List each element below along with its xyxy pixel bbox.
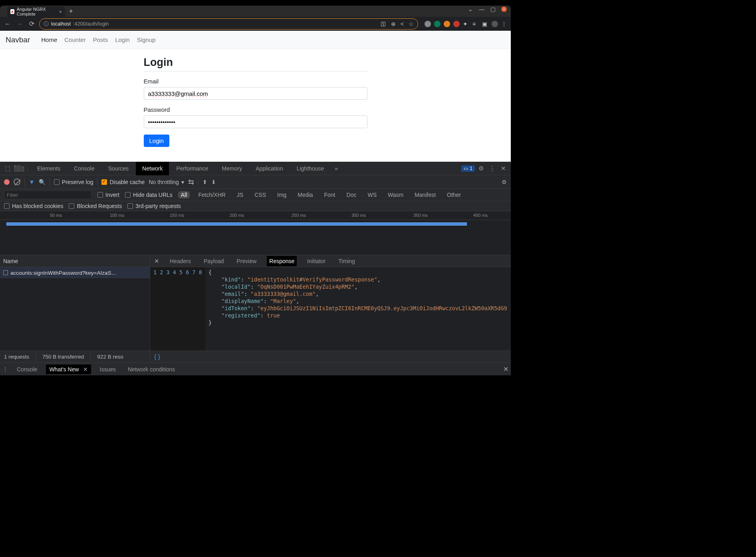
tab-performance[interactable]: Performance: [170, 162, 214, 175]
close-whatsnew-icon[interactable]: ✕: [83, 366, 88, 373]
login-button[interactable]: Login: [144, 135, 170, 147]
nav-signup[interactable]: Signup: [137, 36, 156, 43]
ext-icon[interactable]: [425, 21, 431, 27]
caret-down-icon[interactable]: ⌄: [468, 6, 473, 12]
type-doc[interactable]: Doc: [344, 191, 359, 198]
third-party-checkbox[interactable]: 3rd-party requests: [127, 203, 181, 209]
type-font[interactable]: Font: [321, 191, 338, 198]
upload-icon[interactable]: ⬆: [202, 179, 207, 185]
detail-tab-payload[interactable]: Payload: [201, 256, 226, 266]
forward-button[interactable]: →: [15, 20, 24, 28]
timeline-selection[interactable]: [6, 222, 467, 226]
tab-network[interactable]: Network: [136, 162, 169, 175]
request-row[interactable]: accounts:signInWithPassword?key=AIzaS…: [0, 267, 150, 278]
type-js[interactable]: JS: [234, 191, 246, 198]
detail-tab-timing[interactable]: Timing: [336, 256, 357, 266]
file-icon: [3, 270, 8, 275]
column-name[interactable]: Name: [0, 255, 150, 267]
zoom-icon[interactable]: ⊕: [391, 21, 396, 27]
clear-button[interactable]: [14, 178, 20, 185]
throttling-select[interactable]: No throttling ▾: [149, 179, 184, 185]
search-icon[interactable]: 🔍: [39, 179, 46, 185]
gear-icon[interactable]: ⚙: [502, 179, 507, 185]
email-label: Email: [144, 78, 367, 85]
close-tab-icon[interactable]: ×: [59, 9, 62, 15]
close-devtools-icon[interactable]: ✕: [498, 165, 508, 172]
nav-counter[interactable]: Counter: [64, 36, 85, 43]
navbar-brand[interactable]: Navbar: [6, 36, 30, 44]
device-icon[interactable]: ⬛▯: [14, 165, 24, 172]
type-other[interactable]: Other: [444, 191, 464, 198]
type-media[interactable]: Media: [295, 191, 315, 198]
close-drawer-icon[interactable]: ✕: [503, 365, 508, 373]
drawer-issues[interactable]: Issues: [97, 365, 119, 374]
detail-tab-headers[interactable]: Headers: [167, 256, 193, 266]
response-body[interactable]: { "kind": "identitytoolkit#VerifyPasswor…: [205, 267, 510, 351]
newtab-button[interactable]: +: [69, 8, 73, 15]
record-button[interactable]: [4, 179, 10, 185]
close-detail-icon[interactable]: ✕: [154, 258, 159, 265]
browser-tab[interactable]: A Angular NGRX Complete ×: [7, 6, 65, 17]
type-ws[interactable]: WS: [365, 191, 379, 198]
blocked-cookies-checkbox[interactable]: Has blocked cookies: [4, 203, 63, 209]
share-icon[interactable]: <: [401, 21, 404, 27]
nav-login[interactable]: Login: [115, 36, 130, 43]
inspect-icon[interactable]: ⬚: [2, 165, 13, 172]
filter-icon[interactable]: ▼: [29, 178, 35, 185]
type-img[interactable]: Img: [274, 191, 289, 198]
invert-checkbox[interactable]: Invert: [97, 192, 119, 198]
tab-console[interactable]: Console: [67, 162, 101, 175]
drawer-whatsnew[interactable]: What's New ✕: [46, 365, 91, 374]
tab-application[interactable]: Application: [249, 162, 290, 175]
drawer-console[interactable]: Console: [14, 365, 40, 374]
minimize-icon[interactable]: —: [479, 6, 484, 12]
disable-cache-checkbox[interactable]: Disable cache: [101, 179, 145, 185]
ext-icon[interactable]: [434, 21, 441, 27]
window-close-icon[interactable]: ✕: [501, 6, 507, 12]
type-css[interactable]: CSS: [252, 191, 269, 198]
url-box[interactable]: ⓘ localhost:4200/auth/login ⚿ ⊕ < ☆: [39, 18, 418, 30]
preserve-log-checkbox[interactable]: Preserve log: [54, 179, 93, 185]
nav-home[interactable]: Home: [41, 36, 57, 43]
kebab-icon[interactable]: ⋮: [487, 165, 497, 172]
password-field[interactable]: [144, 115, 367, 128]
blocked-requests-checkbox[interactable]: Blocked Requests: [69, 203, 122, 209]
reload-button[interactable]: ⟳: [27, 20, 36, 28]
detail-tab-preview[interactable]: Preview: [234, 256, 259, 266]
drawer-netconditions[interactable]: Network conditions: [125, 365, 178, 374]
tab-sources[interactable]: Sources: [102, 162, 135, 175]
gear-icon[interactable]: ⚙: [476, 165, 486, 172]
site-info-icon[interactable]: ⓘ: [44, 20, 49, 28]
type-fetch[interactable]: Fetch/XHR: [195, 191, 228, 198]
detail-tab-initiator[interactable]: Initiator: [305, 256, 328, 266]
detail-tab-response[interactable]: Response: [267, 256, 297, 266]
maximize-icon[interactable]: ▢: [490, 6, 496, 12]
profile-icon[interactable]: [492, 21, 498, 27]
tab-icon[interactable]: ▣: [482, 21, 488, 27]
hide-data-checkbox[interactable]: Hide data URLs: [125, 192, 173, 198]
star-icon[interactable]: ☆: [409, 21, 414, 27]
drawer-menu-icon[interactable]: ⋮: [2, 366, 8, 373]
tab-memory[interactable]: Memory: [216, 162, 249, 175]
messages-badge[interactable]: ▭ 1: [461, 165, 475, 172]
back-button[interactable]: ←: [3, 20, 12, 28]
wifi-icon[interactable]: ⇆: [188, 178, 194, 186]
ext-icon[interactable]: [453, 21, 460, 27]
ext-icon[interactable]: [444, 21, 450, 27]
download-icon[interactable]: ⬇: [211, 179, 216, 185]
type-wasm[interactable]: Wasm: [385, 191, 406, 198]
tab-lighthouse[interactable]: Lighthouse: [290, 162, 331, 175]
type-all[interactable]: All: [178, 191, 190, 198]
extensions-icon[interactable]: ✦: [463, 21, 469, 27]
key-icon[interactable]: ⚿: [381, 21, 386, 27]
tab-elements[interactable]: Elements: [31, 162, 67, 175]
pretty-print-icon[interactable]: { }: [154, 353, 163, 361]
more-tabs-icon[interactable]: »: [331, 165, 341, 172]
filter-input[interactable]: [4, 190, 92, 199]
readlist-icon[interactable]: ≡: [472, 21, 479, 27]
type-manifest[interactable]: Manifest: [412, 191, 439, 198]
menu-icon[interactable]: ⋮: [501, 21, 508, 27]
network-timeline[interactable]: 50 ms 100 ms 150 ms 200 ms 250 ms 300 ms…: [0, 211, 511, 255]
nav-posts[interactable]: Posts: [93, 36, 108, 43]
email-field[interactable]: [144, 87, 367, 100]
